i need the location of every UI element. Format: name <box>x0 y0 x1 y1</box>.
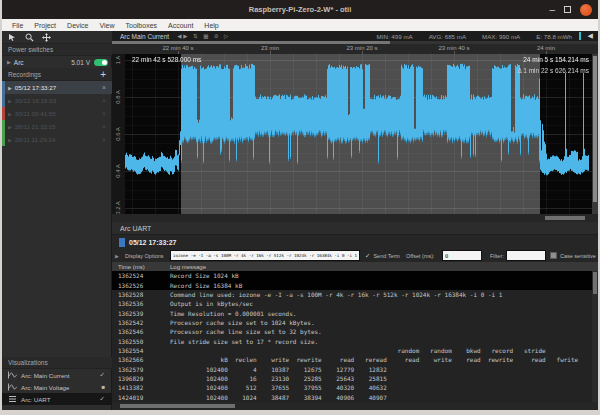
close-button[interactable] <box>580 4 592 16</box>
chart-plot[interactable]: 1 A0.8 A0.6 A0.4 A0.2 A 22 min 42 s 528.… <box>112 54 598 214</box>
recording-item[interactable]: ▶28/11 11:29:14× <box>2 133 112 146</box>
command-input[interactable]: iozone -e -I -a -s 100M -r 4k -r 16k -r … <box>170 250 360 261</box>
log-message: Processor cache size set to 1024 kBytes. <box>170 319 315 326</box>
recording-item[interactable]: ▶28/11 21:32:15× <box>2 120 112 133</box>
selection-end-label: 24 min 5 s 154.214 ms <box>523 56 589 63</box>
current-waveform[interactable] <box>125 54 592 214</box>
log-message: Record Size 16384 kB <box>170 282 242 289</box>
log-time: 1396829 <box>118 375 170 382</box>
visualization-label: Arc: UART <box>21 396 50 403</box>
menu-account[interactable]: Account <box>163 22 198 29</box>
expand-arrow-icon[interactable]: ▶ <box>8 137 12 143</box>
recording-color-strip <box>2 120 5 133</box>
log-vertical-scrollbar[interactable] <box>592 271 598 402</box>
log-row[interactable]: 1362546Processor cache line size set to … <box>112 327 598 336</box>
log-row[interactable]: 1362542Processor cache size set to 1024 … <box>112 318 598 327</box>
close-recording-icon[interactable]: × <box>102 110 106 117</box>
recording-color-strip <box>2 81 5 94</box>
stat-avg: AVG: 685 mA <box>429 33 466 40</box>
log-message: File stride size set to 17 * record size… <box>170 338 318 345</box>
log-time: 1362542 <box>118 319 170 326</box>
content: Power switches ▶ Arc 5.01 V Recordings +… <box>2 31 598 410</box>
menu-toolboxes[interactable]: Toolboxes <box>121 22 163 29</box>
chart-header: Arc Main Current ◀▶ ⇅ ▦ ⊘ ▷ MIN: 499 mAA… <box>112 31 598 41</box>
chart-toolbar-icons[interactable]: ◀▶ ⇅ ▦ ⊘ ▷ <box>177 33 230 39</box>
expand-arrow-icon[interactable]: ▶ <box>8 85 12 91</box>
recording-item[interactable]: ▶30/12 16:19:03× <box>2 94 112 107</box>
log-row[interactable]: 1362579 102400 4 10387 12675 12779 12832 <box>112 365 598 374</box>
maximize-button[interactable] <box>564 6 571 13</box>
recording-item[interactable]: ▶05/12 17:33:27× <box>2 81 112 94</box>
y-axis: 1 A0.8 A0.6 A0.4 A0.2 A <box>112 54 125 214</box>
menu-file[interactable]: File <box>7 22 28 29</box>
selection-delta-label: Δ 1 min 22 s 626.214 ms <box>517 67 589 74</box>
app-window: Raspberry-Pi-Zero-2-W* - otii – FileProj… <box>0 0 600 415</box>
power-switches-header: Power switches <box>2 44 112 56</box>
log-time: 1413382 <box>118 384 170 391</box>
select-tool-icon[interactable] <box>8 33 17 42</box>
menu-help[interactable]: Help <box>199 22 223 29</box>
square-icon[interactable]: ■ <box>101 384 105 390</box>
expand-arrow-icon[interactable]: ▶ <box>8 124 12 130</box>
log-row[interactable]: 1362566 kB reclen write rewrite read rer… <box>112 355 598 364</box>
marker-bar <box>579 32 581 40</box>
zoom-tool-icon[interactable] <box>25 33 34 42</box>
window-title: Raspberry-Pi-Zero-2-W* - otii <box>249 5 352 14</box>
log-row[interactable]: 1362524Record Size 1024 kB <box>112 271 598 280</box>
menu-project[interactable]: Project <box>29 22 61 29</box>
log-row[interactable]: 1396829 102400 16 23130 25285 25643 2581… <box>112 374 598 383</box>
log-message: Processor cache line size set to 32 byte… <box>170 328 322 335</box>
add-recording-button[interactable]: + <box>100 69 106 80</box>
expand-arrow-icon[interactable]: ▶ <box>7 59 11 65</box>
minimize-button[interactable]: – <box>549 7 555 12</box>
chart-horizontal-scrollbar[interactable] <box>112 214 598 222</box>
uart-header: Arc UART <box>112 222 598 235</box>
chart-vertical-scrollbar[interactable] <box>592 54 598 214</box>
time-axis: 22 min 40 s23 min23 min 20 s23 min 40 s2… <box>112 44 598 54</box>
uart-recording-tag[interactable]: 05/12 17:33:27 <box>112 235 598 249</box>
pan-tool-icon[interactable] <box>42 33 51 42</box>
voltage-value: 5.01 V <box>71 59 90 66</box>
check-icon[interactable]: ✓ <box>100 395 105 403</box>
log-horizontal-scrollbar[interactable] <box>112 402 598 410</box>
menu-view[interactable]: View <box>94 22 119 29</box>
recording-label: 28/11 11:29:14 <box>15 136 55 143</box>
log-row[interactable]: 1413382 102400 512 37655 37955 40320 406… <box>112 383 598 392</box>
speaker-icon[interactable]: ◀ <box>588 32 593 40</box>
filter-label: Filter: <box>490 249 504 262</box>
log-row[interactable]: 1424019 102400 1024 38487 38394 40906 40… <box>112 393 598 402</box>
power-toggle[interactable] <box>94 59 108 66</box>
display-options-label[interactable]: Display Options <box>125 249 164 262</box>
chart-tab-label[interactable]: Arc Main Current <box>120 33 169 40</box>
close-recording-icon[interactable]: × <box>102 84 106 91</box>
visualization-item[interactable]: Arc: Main Current✓ <box>2 369 112 381</box>
close-recording-icon[interactable]: × <box>102 136 106 143</box>
menu-device[interactable]: Device <box>62 22 93 29</box>
case-sensitive-checkbox[interactable]: Case sensitive <box>550 249 596 262</box>
log-row[interactable]: 1362550File stride size set to 17 * reco… <box>112 336 598 345</box>
offset-input[interactable]: 0 <box>442 250 482 261</box>
visualization-item[interactable]: Arc: Main Voltage■ <box>2 381 112 393</box>
check-icon[interactable]: ✓ <box>100 371 105 379</box>
log-row[interactable]: 1362526Record Size 16384 kB <box>112 280 598 289</box>
log-row[interactable]: 1362528Command line used: iozone -e -I -… <box>112 290 598 299</box>
expand-arrow-icon[interactable]: ▶ <box>8 111 12 117</box>
log-table-header: Time (ms) Log message <box>112 262 598 271</box>
log-message: Command line used: iozone -e -I -a -s 10… <box>170 291 502 298</box>
visualization-item[interactable]: Arc: UART✓ <box>2 393 112 405</box>
log-row[interactable]: 1362536Output is in kBytes/sec <box>112 299 598 308</box>
waveform-icon <box>8 371 17 379</box>
display-options-arrow-icon[interactable]: ▶ <box>115 249 119 262</box>
close-recording-icon[interactable]: × <box>102 123 106 130</box>
visualizations-header: Visualizations <box>2 357 112 369</box>
log-time: 1362528 <box>118 291 170 298</box>
log-row[interactable]: 1362539Time Resolution = 0.000001 second… <box>112 308 598 317</box>
log-time: 1362526 <box>118 282 170 289</box>
log-row[interactable]: 1362554 random random bkwd record stride <box>112 346 598 355</box>
expand-arrow-icon[interactable]: ▶ <box>8 98 12 104</box>
recording-item[interactable]: ▶30/11 09:41:55× <box>2 107 112 120</box>
filter-input[interactable] <box>506 250 546 261</box>
send-term-checkbox[interactable]: ✓Send Term <box>365 249 400 262</box>
power-switch-arc[interactable]: ▶ Arc 5.01 V <box>2 56 112 68</box>
close-recording-icon[interactable]: × <box>102 97 106 104</box>
